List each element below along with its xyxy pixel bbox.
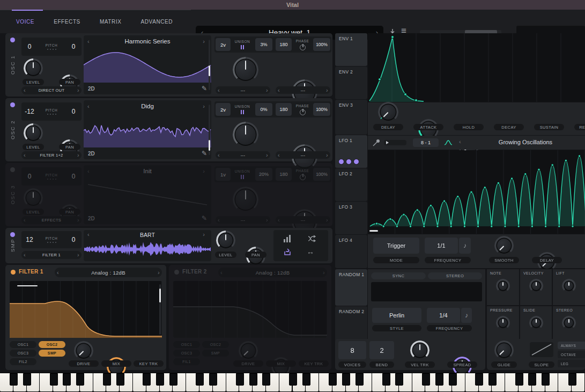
random-phase-icon[interactable] (308, 234, 316, 243)
lfo-grid-slider[interactable] (384, 140, 406, 145)
osc2-transpose-value[interactable]: -12 (21, 102, 38, 121)
selector-value[interactable]: --- (222, 218, 264, 223)
osc2-unison-detune-knob[interactable] (234, 123, 257, 146)
stereo-knob[interactable] (564, 317, 574, 328)
chevron-left-icon[interactable]: ‹ (276, 217, 282, 223)
osc1-unison-mod-selector[interactable]: ‹ --- › (216, 86, 270, 94)
piano-black-key[interactable] (262, 373, 270, 386)
lfo4-tab[interactable]: LFO 4 (335, 235, 367, 268)
osc3-level-knob[interactable] (25, 190, 41, 206)
wavetable-frame-scrollbar[interactable] (209, 40, 210, 90)
osc2-unison-detune[interactable]: 0% (255, 103, 272, 116)
chevron-right-icon[interactable]: › (75, 217, 82, 223)
osc3-routing-selector[interactable]: ‹ EFFECTS › (21, 216, 82, 224)
chevron-right-icon[interactable]: › (75, 152, 82, 158)
velocity-track-knob[interactable] (412, 342, 428, 358)
osc2-phase-rand[interactable]: 100% (313, 103, 330, 116)
osc1-level-knob[interactable] (25, 60, 41, 76)
piano-black-key[interactable] (143, 373, 151, 386)
lfo2-tab[interactable]: LFO 2 (335, 168, 367, 201)
osc1-phase-rand[interactable]: 100% (313, 38, 330, 51)
env1-tab[interactable]: ENV 1 (335, 33, 367, 66)
osc1-wavetable-display[interactable]: ‹ Harmonic Series › 2D ✎ (84, 35, 211, 94)
filter2-input-osc3[interactable]: OSC3 (173, 350, 200, 357)
env-delay-knob[interactable] (380, 103, 397, 121)
tab-effects[interactable]: EFFECTS (54, 19, 80, 25)
random-sync-button[interactable]: SYNC (371, 272, 426, 279)
chevron-right-icon[interactable]: › (264, 152, 270, 158)
piano-black-key[interactable] (63, 373, 71, 386)
lfo-display[interactable] (368, 150, 585, 234)
glide-knob[interactable] (496, 342, 512, 358)
piano-black-key[interactable] (435, 373, 443, 386)
selector-value[interactable]: --- (282, 88, 324, 93)
edit-wavetable-icon[interactable]: ✎ (202, 215, 207, 222)
osc3-unison-detune[interactable]: 20% (255, 168, 272, 181)
osc3-routing-value[interactable]: EFFECTS (28, 218, 75, 223)
osc2-unison-voices[interactable]: 2v (216, 103, 231, 116)
osc3-unison-detune-knob[interactable] (234, 188, 257, 211)
lfo1-tab[interactable]: LFO 1 (335, 135, 367, 168)
filter2-response-display[interactable] (173, 281, 327, 338)
chevron-right-icon[interactable]: › (75, 87, 82, 93)
piano-black-key[interactable] (289, 373, 297, 386)
sampler-level-knob[interactable] (218, 232, 234, 248)
osc2-unison-mod-selector[interactable]: ‹ --- › (216, 151, 270, 159)
filter1-input-osc2[interactable]: OSC2 (39, 341, 65, 348)
piano-keyboard[interactable] (0, 373, 585, 392)
osc1-dimension-toggle[interactable]: 2D (88, 86, 95, 92)
lfo-shape-name[interactable]: Growing Oscillations (464, 139, 585, 145)
osc2-dimension-toggle[interactable]: 2D (88, 151, 95, 157)
piano-black-key[interactable] (156, 373, 164, 386)
osc3-unison-voices[interactable]: 1v (216, 168, 231, 181)
glide-always-toggle[interactable]: ALWAYS (558, 342, 585, 349)
piano-black-key[interactable] (302, 373, 310, 386)
filter2-power-button[interactable] (174, 270, 179, 275)
random1-tab[interactable]: RANDOM 1 (335, 269, 367, 306)
chevron-left-icon[interactable]: ‹ (21, 217, 28, 223)
filter1-scrollbar[interactable] (159, 284, 161, 335)
piano-black-key[interactable] (542, 373, 550, 386)
keytrack-icon[interactable] (283, 234, 292, 243)
selector-value[interactable]: --- (282, 153, 324, 158)
lfo-smooth-knob[interactable] (496, 238, 512, 254)
filter1-drive-knob[interactable] (76, 343, 92, 359)
osc3-wavetable-display[interactable]: ‹ Init › 2D ✎ (84, 165, 211, 224)
osc1-unison-detune[interactable]: 3% (255, 38, 272, 51)
osc2-level-knob[interactable] (25, 125, 41, 141)
chevron-left-icon[interactable]: ‹ (276, 87, 282, 93)
osc3-dimension-toggle[interactable]: 2D (88, 216, 95, 221)
piano-black-key[interactable] (76, 373, 84, 386)
filter1-input-fil2[interactable]: FIL2 (10, 358, 36, 365)
note-knob[interactable] (498, 280, 508, 291)
osc1-tune-value[interactable]: 0 (65, 38, 82, 56)
osc2-routing-value[interactable]: FILTER 1+2 (28, 153, 75, 158)
filter1-power-button[interactable] (11, 270, 16, 275)
piano-black-key[interactable] (10, 373, 18, 386)
glide-legato-toggle[interactable]: LEG (558, 360, 585, 367)
lfo-mode-selector[interactable]: Trigger (373, 238, 419, 254)
filter2-input-osc2[interactable]: OSC2 (202, 341, 229, 348)
env2-tab[interactable]: ENV 2 (335, 66, 367, 99)
filter2-model-value[interactable]: Analog : 12dB (225, 270, 321, 276)
wavetable-frame-scrollbar[interactable] (209, 105, 210, 155)
piano-black-key[interactable] (382, 373, 390, 386)
tempo-sync-icon[interactable]: ♪ (459, 238, 471, 254)
piano-black-key[interactable] (50, 373, 58, 386)
sampler-tune-value[interactable]: 0 (65, 231, 82, 248)
sample-next-icon[interactable]: › (201, 232, 207, 238)
voices-value[interactable]: 8 (338, 341, 366, 359)
lfo-shape-prev-icon[interactable]: ‹ (457, 139, 463, 145)
filter1-model-value[interactable]: Analog : 12dB (61, 270, 155, 276)
envelope-display[interactable] (368, 33, 585, 102)
lfo1-mod-dot[interactable] (353, 159, 359, 165)
transpose-snap-dots[interactable] (47, 242, 56, 243)
osc3-tune-value[interactable]: 0 (65, 167, 82, 186)
paint-pin-icon[interactable] (372, 138, 381, 147)
wavetable-next-icon[interactable]: › (201, 168, 207, 174)
osc3-unison-mod-selector[interactable]: ‹ --- › (216, 216, 270, 224)
lfo1-mod-dot[interactable] (346, 159, 352, 165)
piano-black-key[interactable] (249, 373, 257, 386)
osc1-phase-mod-selector[interactable]: ‹ --- › (276, 86, 330, 94)
filter2-model-selector[interactable]: ‹ Analog : 12dB › (218, 268, 327, 277)
